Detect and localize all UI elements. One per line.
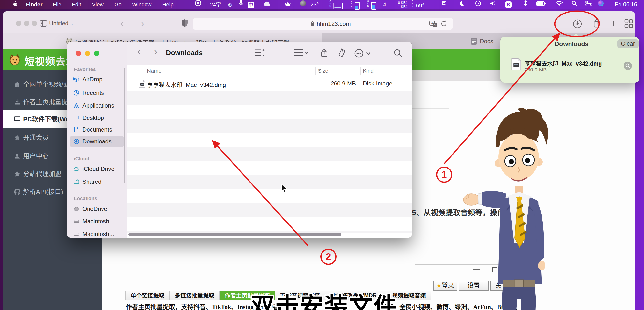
cloud-status-icon[interactable] bbox=[264, 0, 271, 9]
close-window-button[interactable] bbox=[16, 21, 22, 26]
sidebar-item-macintosh-1[interactable]: Macintosh... bbox=[70, 216, 124, 226]
word-count-status[interactable]: 24字 bbox=[210, 0, 221, 9]
new-tab-button[interactable]: + bbox=[610, 18, 616, 29]
crown-icon[interactable] bbox=[285, 0, 291, 9]
screen: Finder File Edit View Go Window Help 24字… bbox=[0, 0, 644, 310]
sidebar-toggle-icon[interactable] bbox=[40, 20, 47, 27]
group-view-icon[interactable] bbox=[294, 48, 309, 58]
share-status-icon[interactable] bbox=[441, 0, 447, 9]
back-button[interactable]: ‹ bbox=[138, 46, 140, 57]
sidebar-item-downloads[interactable]: Downloads bbox=[70, 137, 124, 146]
network-arrows-icon[interactable]: ⇵ bbox=[383, 0, 386, 9]
list-stripe bbox=[126, 147, 412, 161]
back-button[interactable]: ‹ bbox=[120, 18, 124, 29]
list-stripe bbox=[126, 203, 412, 217]
sidebar-item-recents[interactable]: Recents bbox=[70, 88, 124, 98]
minimize-window-button[interactable] bbox=[24, 21, 29, 26]
mem-meter[interactable]: MEM bbox=[350, 0, 360, 9]
wifi-icon[interactable] bbox=[556, 0, 563, 9]
sidebar-item-documents[interactable]: Documents bbox=[70, 125, 124, 135]
sensor-status[interactable]: SEN 69° bbox=[412, 0, 424, 9]
window-title-dropdown[interactable]: Untitled ⌄ bbox=[49, 20, 73, 27]
menu-item-edit[interactable]: Edit bbox=[72, 0, 81, 9]
forward-button[interactable]: › bbox=[154, 46, 157, 57]
dnd-moon-icon[interactable] bbox=[459, 0, 464, 9]
tag-icon[interactable] bbox=[337, 48, 346, 59]
dmg-file-icon bbox=[511, 58, 521, 71]
file-row[interactable]: 亨亨猫去水印_Mac_v342.dmg 260.9 MB Disk Image bbox=[126, 77, 412, 91]
app-tab-multi-link[interactable]: 多链接批量提取 bbox=[170, 291, 220, 300]
sidebar-item-macintosh-2[interactable]: Macintosh... bbox=[70, 229, 124, 239]
menu-item-finder[interactable]: Finder bbox=[26, 0, 42, 9]
search-icon[interactable] bbox=[393, 48, 402, 59]
menu-item-window[interactable]: Window bbox=[132, 0, 152, 9]
play-status-icon[interactable] bbox=[475, 0, 481, 9]
zoom-out-button[interactable]: — bbox=[164, 19, 172, 28]
zoom-window-button[interactable] bbox=[94, 51, 99, 56]
network-speed-status[interactable]: 0 KB/s1 KB/s bbox=[398, 1, 408, 8]
site-logo-cat-icon[interactable] bbox=[8, 53, 21, 66]
volume-icon[interactable] bbox=[490, 0, 496, 9]
url-field[interactable]: hhm123.com A文 bbox=[193, 18, 453, 30]
column-divider[interactable] bbox=[360, 67, 360, 75]
download-item[interactable]: 亨亨猫去水印_Mac_v342.dmg 260.9 MB bbox=[500, 54, 639, 79]
siri-icon[interactable] bbox=[598, 0, 604, 9]
more-actions-icon[interactable] bbox=[354, 48, 372, 59]
moon-phase-icon[interactable] bbox=[300, 0, 306, 9]
translate-icon[interactable]: A文 bbox=[430, 21, 438, 28]
bluetooth-icon[interactable] bbox=[523, 0, 527, 9]
column-divider[interactable] bbox=[315, 67, 316, 75]
docs-tab-icon bbox=[470, 37, 477, 46]
app-login-button[interactable]: ★登录 bbox=[433, 281, 457, 291]
share-icon[interactable] bbox=[320, 48, 328, 59]
clock-status[interactable]: Fri 06:16 bbox=[615, 0, 637, 9]
video-caption: 双击安装文件 bbox=[242, 287, 407, 310]
menu-item-view[interactable]: View bbox=[92, 0, 104, 9]
battery-icon[interactable] bbox=[536, 0, 546, 9]
spotlight-search-icon[interactable] bbox=[572, 0, 578, 9]
sidebar-item-onedrive[interactable]: OneDrive bbox=[70, 204, 124, 214]
horizontal-scrollbar[interactable] bbox=[128, 233, 341, 236]
column-kind[interactable]: Kind bbox=[363, 68, 374, 74]
tab-overview-button[interactable] bbox=[624, 19, 633, 29]
magnifier-button[interactable] bbox=[623, 61, 632, 71]
column-size[interactable]: Size bbox=[318, 68, 328, 74]
sidebar-item-desktop[interactable]: Desktop bbox=[70, 113, 124, 123]
minimize-window-button[interactable] bbox=[85, 51, 90, 56]
smiley-icon[interactable]: ☺ bbox=[227, 0, 233, 9]
menu-item-help[interactable]: Help bbox=[162, 0, 173, 9]
popover-title: Downloads bbox=[554, 40, 589, 48]
zoom-window-button[interactable] bbox=[32, 21, 37, 26]
dmg-file-icon bbox=[139, 80, 145, 89]
lock-icon bbox=[310, 21, 315, 28]
favorites-label: Favorites bbox=[74, 66, 96, 72]
close-window-button[interactable] bbox=[76, 51, 81, 56]
column-name[interactable]: Name bbox=[147, 68, 162, 74]
sidebar-item-applications[interactable]: Applications bbox=[70, 101, 124, 111]
menu-item-file[interactable]: File bbox=[52, 0, 61, 9]
sidebar-item-airdrop[interactable]: AirDrop bbox=[70, 74, 124, 84]
ssd-meter[interactable]: SSD bbox=[367, 0, 376, 9]
microphone-icon[interactable] bbox=[239, 0, 243, 9]
list-view-icon[interactable] bbox=[254, 48, 265, 58]
app-tab-single-link[interactable]: 单个链接提取 bbox=[125, 291, 170, 300]
privacy-shield-icon[interactable] bbox=[182, 19, 188, 28]
file-kind: Disk Image bbox=[363, 80, 392, 87]
apple-menu-icon[interactable] bbox=[13, 0, 18, 9]
menu-item-go[interactable]: Go bbox=[114, 0, 122, 9]
downloads-button[interactable] bbox=[573, 19, 582, 29]
weather-temp-status[interactable]: 23° bbox=[310, 0, 318, 9]
forward-button[interactable]: › bbox=[141, 18, 144, 29]
control-center-icon[interactable] bbox=[586, 0, 592, 9]
input-method-icon[interactable]: 中 bbox=[248, 0, 254, 9]
screen-record-icon[interactable] bbox=[195, 0, 201, 9]
s-app-icon[interactable]: S bbox=[505, 0, 512, 9]
reload-icon[interactable] bbox=[441, 20, 447, 28]
sidebar-item-shared[interactable]: Shared bbox=[70, 177, 124, 187]
cpu-meter[interactable]: CPU bbox=[329, 0, 343, 9]
sidebar-item-icloud-drive[interactable]: iCloud Drive bbox=[70, 164, 124, 174]
share-button[interactable] bbox=[593, 18, 601, 29]
clear-button[interactable]: Clear bbox=[618, 39, 638, 48]
finder-toolbar: ‹ › Downloads bbox=[126, 42, 412, 65]
sidebar-scrollbar[interactable] bbox=[124, 67, 125, 183]
